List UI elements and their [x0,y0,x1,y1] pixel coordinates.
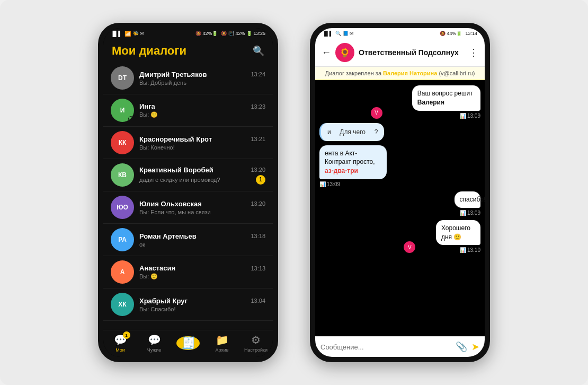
chat-input-bar: 📎 ➤ [315,336,485,357]
chat-input[interactable] [320,343,451,351]
msg-avatar-1: V [371,107,382,119]
dialog-name-7: Храбрый Круг [139,297,188,305]
message-1: Ваш вопрос решит Валерия 📊 13:09 V [319,85,480,119]
status-left-2: ▐▌▌ 🔍 📘 ✉ [323,31,354,36]
avatar-7: ХК [111,293,134,316]
back-button[interactable]: ← [322,47,331,58]
dialog-time-7: 13:04 [251,298,265,304]
status-left-1: ▐▌▌ 📶 🐝 ✉ [111,31,144,37]
send-button[interactable]: ➤ [471,341,479,353]
dialog-name-0: Дмитрий Третьяков [139,71,207,78]
battery2: 44%🔋 [447,31,462,36]
nav-item-2[interactable]: 🧾 [171,336,205,350]
nav-item-4[interactable]: ⚙ Настройки [239,334,273,353]
dialog-name-5: Роман Артемьев [139,232,197,240]
message-2: и Для чего ? [319,123,480,141]
avatar-3: КВ [111,163,134,187]
dialog-item-7[interactable]: ХК Храбрый Круг 13:04 Вы: Спасибо! [103,288,273,321]
phone2: ▐▌▌ 🔍 📘 ✉ 🔕 44%🔋 13:14 ← 🌻 Ответственный… [310,23,490,362]
time-3-msg: 📊 13:09 [319,181,413,187]
dialog-item-5[interactable]: РА Роман Артемьев 13:18 ок [103,224,273,256]
dialog-preview-2: Вы: Конечно! [139,144,265,151]
chat-title: Ответственный Подсолнух [359,48,465,57]
message-5: Хорошего дня 🙂 📊 13:10 V [319,220,480,253]
bubble-1: Ваш вопрос решит Валерия [412,85,480,111]
nav-badge-0: 1 [123,331,130,339]
dialog-preview-5: ок [139,241,265,248]
dialog-info-3: Креативный Воробей 13:20 дадите скидку и… [139,166,265,185]
dialog-time-1: 13:23 [251,103,265,110]
dialog-info-1: Инга 13:23 Вы: 🙂 [139,102,265,118]
bubble-3: ента в Акт-Контракт просто, аз-два-три [319,145,387,179]
dialog-item-6[interactable]: А Анастасия 13:13 Вы: 🙂 [103,256,273,288]
dialog-time-6: 13:13 [251,265,265,272]
pinned-user: Валерия Наторина [383,70,437,76]
more-button[interactable]: ⋮ [469,47,478,58]
dialog-name-3: Креативный Воробей [139,166,213,174]
chat-messages: Ваш вопрос решит Валерия 📊 13:09 V и Для… [315,80,485,336]
dialog-item-0[interactable]: DT Дмитрий Третьяков 13:24 Вы: Добрый де… [103,62,273,94]
nav-item-3[interactable]: 📁 Архив [205,334,239,353]
dialogs-list: DT Дмитрий Третьяков 13:24 Вы: Добрый де… [103,62,273,330]
bottom-nav: 💬 1 Мои 💬 Чужие 🧾 📁 Архив ⚙ [103,330,273,357]
dialog-preview-0: Вы: Добрый день [139,80,265,86]
dialog-time-4: 13:20 [251,200,265,207]
dialog-name-6: Анастасия [139,264,175,272]
bubble-4: спасибо! [455,191,481,208]
time-5-msg: 📊 13:10 [460,247,480,253]
time-1: 🔕 📳 42% 🔋 13:25 [221,31,265,36]
nav-item-1[interactable]: 💬 Чужие [137,334,171,353]
wifi-icon: 📶 [124,31,131,37]
status-bar-phone2: ▐▌▌ 🔍 📘 ✉ 🔕 44%🔋 13:14 [315,28,485,39]
dialog-name-2: Красноречивый Крот [139,135,212,143]
pinned-banner: Диалог закреплен за Валерия Наторина (v@… [315,67,485,80]
avatar-4: ЮО [111,196,134,219]
search-icon[interactable]: 🔍 [253,45,264,57]
bubble-2: и Для чего ? [319,123,384,141]
mute-icon: 🔕 [195,31,201,36]
avatar-5: РА [111,228,134,251]
battery-text: 42%🔋 [202,31,218,36]
msg-icon: ✉ [140,31,144,36]
time-2: 13:14 [465,31,477,36]
bubble-5: Хорошего дня 🙂 [436,220,480,246]
camera-icon: 🐝 [133,31,139,36]
avatar-6: А [111,260,134,284]
nav-label-0: Мои [115,347,125,353]
unread-badge-3: 1 [256,175,265,185]
dialog-preview-4: Вы: Если что, мы на связи [139,209,265,215]
dialog-time-0: 13:24 [251,71,265,77]
avatar-2: КК [111,131,134,154]
icons2: 🔍 📘 ✉ [335,31,354,36]
dialog-info-7: Храбрый Круг 13:04 Вы: Спасибо! [139,297,265,312]
dialog-info-0: Дмитрий Третьяков 13:24 Вы: Добрый день [139,71,265,86]
center-nav-button[interactable]: 🧾 [176,336,200,350]
message-3: ента в Акт-Контракт просто, аз-два-три 📊… [319,145,480,187]
dialog-info-6: Анастасия 13:13 Вы: 🙂 [139,264,265,280]
nav-icon-3: 📁 [216,334,229,346]
dialog-time-2: 13:21 [251,136,265,142]
status-bar-phone1: ▐▌▌ 📶 🐝 ✉ 🔕 42%🔋 🔕 📳 42% 🔋 13:25 [103,28,273,39]
dialog-item-2[interactable]: КК Красноречивый Крот 13:21 Вы: Конечно! [103,127,273,159]
attach-icon[interactable]: 📎 [456,341,467,353]
dialog-item-4[interactable]: ЮО Юлия Ольховская 13:20 Вы: Если что, м… [103,191,273,224]
dialog-info-2: Красноречивый Крот 13:21 Вы: Конечно! [139,135,265,151]
dialog-item-1[interactable]: И Инга 13:23 Вы: 🙂 [103,94,273,127]
msg-avatar-5: V [404,241,415,253]
mute-icon2: 🔕 [440,31,446,36]
phone1: ▐▌▌ 📶 🐝 ✉ 🔕 42%🔋 🔕 📳 42% 🔋 13:25 Мои диа… [98,23,278,362]
avatar-0: DT [111,66,134,90]
time-4-msg: 📊 13:09 [460,210,480,216]
nav-icon-1: 💬 [148,334,161,346]
app-header: Мои диалоги 🔍 [103,39,273,62]
status-right-1: 🔕 42%🔋 🔕 📳 42% 🔋 13:25 [195,31,265,36]
nav-label-3: Архив [215,347,228,353]
dialog-time-3: 13:20 [251,167,265,173]
nav-item-0[interactable]: 💬 1 Мои [103,334,137,353]
message-4: спасибо! 📊 13:09 [319,191,480,216]
dialog-name-4: Юлия Ольховская [139,200,202,208]
dialog-preview-3: дадите скидку или промокод? [139,177,253,183]
dialog-item-3[interactable]: КВ Креативный Воробей 13:20 дадите скидк… [103,159,273,191]
app-title: Мои диалоги [112,44,186,58]
scene: ▐▌▌ 📶 🐝 ✉ 🔕 42%🔋 🔕 📳 42% 🔋 13:25 Мои диа… [0,0,588,385]
